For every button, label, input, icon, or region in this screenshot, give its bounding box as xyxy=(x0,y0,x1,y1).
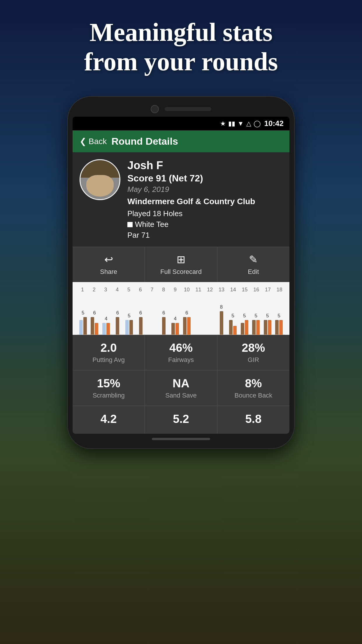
stat-52: 5.2 xyxy=(145,406,217,434)
hole-12: 12 xyxy=(205,287,215,293)
bar-brown-hole-4 xyxy=(116,317,119,335)
chart-group-hole-16: 5 xyxy=(250,320,262,335)
hole-7: 7 xyxy=(147,287,157,293)
bar-orange-hole-14 xyxy=(233,326,237,335)
gir-label: GIR xyxy=(221,356,286,364)
bar-blue-hole-5 xyxy=(125,320,129,335)
bar-label-hole-8: 6 xyxy=(162,310,165,316)
back-button[interactable]: ❮ Back xyxy=(80,136,107,146)
bar-orange-hole-3 xyxy=(106,323,110,335)
full-scorecard-button[interactable]: ⊞ Full Scorecard xyxy=(145,247,217,282)
hole-15: 15 xyxy=(240,287,250,293)
status-time: 10:42 xyxy=(264,119,284,128)
hole-9: 9 xyxy=(170,287,180,293)
back-chevron-icon: ❮ xyxy=(80,136,86,146)
hole-4: 4 xyxy=(112,287,122,293)
score-label: Score xyxy=(127,173,153,183)
stats-row-1: 2.0 Putting Avg 46% Fairways 28% GIR xyxy=(73,335,289,370)
phone-top-bar xyxy=(73,105,289,113)
chart-hole-labels: 1 2 3 4 5 6 7 8 9 10 11 12 13 14 15 16 1 xyxy=(77,287,285,293)
gir-value: 28% xyxy=(221,341,286,354)
tee-box-icon xyxy=(127,222,133,227)
status-icons: ★ ▮▮ ▼ △ ◯ xyxy=(220,120,261,127)
share-button[interactable]: ↩ Share xyxy=(73,247,145,282)
headline-line2: from your rounds xyxy=(0,47,362,76)
bar-label-hole-18: 5 xyxy=(278,313,280,319)
signal-icon: △ xyxy=(246,120,251,127)
hole-16: 16 xyxy=(251,287,261,293)
stat-sand-save: NA Sand Save xyxy=(145,370,217,406)
chart-group-hole-3: 4 xyxy=(100,323,112,335)
scrambling-label: Scrambling xyxy=(76,392,141,399)
stat-fairways: 46% Fairways xyxy=(145,335,217,370)
bar-label-hole-1: 5 xyxy=(82,310,84,316)
camera xyxy=(151,105,159,113)
profile-date: May 6, 2019 xyxy=(127,185,282,194)
stats-row-2: 15% Scrambling NA Sand Save 8% Bounce Ba… xyxy=(73,370,289,406)
profile-club: Windermere Golf & Country Club xyxy=(127,196,282,207)
profile-score: Score 91 (Net 72) xyxy=(127,173,282,184)
hole-10: 10 xyxy=(182,287,192,293)
bar-orange-hole-2 xyxy=(95,323,98,335)
chart-group-hole-6: 6 xyxy=(135,317,147,335)
profile-info: Josh F Score 91 (Net 72) May 6, 2019 Win… xyxy=(127,159,282,240)
chart-group-hole-17: 5 xyxy=(262,320,273,335)
bar-orange-hole-10 xyxy=(187,317,191,335)
fairways-label: Fairways xyxy=(148,356,213,364)
status-bar: ★ ▮▮ ▼ △ ◯ 10:42 xyxy=(73,117,289,130)
bar-label-hole-9: 4 xyxy=(174,316,177,322)
stat-scrambling: 15% Scrambling xyxy=(73,370,145,406)
bar-orange-hole-17 xyxy=(268,320,271,335)
edit-button[interactable]: ✎ Edit xyxy=(217,247,289,282)
scorecard-icon: ⊞ xyxy=(177,253,185,266)
bar-orange-hole-15 xyxy=(245,320,248,335)
bar-brown-hole-8 xyxy=(162,317,166,335)
net-score: (Net 72) xyxy=(169,173,203,183)
bar-orange-hole-9 xyxy=(175,323,179,335)
hole-1: 1 xyxy=(77,287,88,293)
stat-42-value: 4.2 xyxy=(76,412,141,426)
putting-avg-label: Putting Avg xyxy=(76,356,141,364)
chart-group-hole-10: 6 xyxy=(181,317,193,335)
stats-section: 2.0 Putting Avg 46% Fairways 28% GIR xyxy=(73,335,289,434)
bar-label-hole-17: 5 xyxy=(266,313,269,319)
bar-brown-hole-13 xyxy=(220,311,223,335)
chart-group-hole-14: 5 xyxy=(227,320,239,335)
bar-label-hole-6: 6 xyxy=(139,310,142,316)
bar-blue-hole-1 xyxy=(79,320,83,335)
chart-group-hole-4: 6 xyxy=(112,317,124,335)
chart-group-hole-9: 4 xyxy=(170,323,181,335)
bar-label-hole-3: 4 xyxy=(105,316,107,322)
chart-bars: 564656646855555 xyxy=(77,294,285,335)
chart-group-hole-15: 5 xyxy=(239,320,250,335)
bar-label-hole-15: 5 xyxy=(243,313,246,319)
hole-5: 5 xyxy=(124,287,134,293)
stat-58: 5.8 xyxy=(217,406,289,434)
phone-screen: ★ ▮▮ ▼ △ ◯ 10:42 ❮ Back Round Details xyxy=(73,117,289,434)
bar-blue-hole-3 xyxy=(102,323,106,335)
bounce-back-value: 8% xyxy=(221,377,286,390)
bar-brown-hole-16 xyxy=(252,320,256,335)
sand-save-label: Sand Save xyxy=(148,392,213,399)
bar-brown-hole-18 xyxy=(275,320,279,335)
share-label: Share xyxy=(100,268,117,276)
hole-8: 8 xyxy=(158,287,169,293)
sand-save-value: NA xyxy=(148,377,213,390)
bar-label-hole-14: 5 xyxy=(231,313,234,319)
bar-brown-hole-17 xyxy=(264,320,267,335)
bar-label-hole-2: 6 xyxy=(93,310,96,316)
bar-label-hole-16: 5 xyxy=(254,313,257,319)
nav-bar: ❮ Back Round Details xyxy=(73,130,289,152)
chart-section: 1 2 3 4 5 6 7 8 9 10 11 12 13 14 15 16 1 xyxy=(73,282,289,335)
profile-holes: Played 18 Holes xyxy=(127,209,282,218)
back-label: Back xyxy=(89,137,107,146)
headline: Meaningful stats from your rounds xyxy=(0,18,362,76)
profile-par: Par 71 xyxy=(127,231,282,240)
bluetooth-icon: ★ xyxy=(220,120,226,127)
chart-group-hole-13: 8 xyxy=(216,311,227,335)
stats-row-3: 4.2 5.2 5.8 xyxy=(73,406,289,434)
home-indicator xyxy=(152,438,210,440)
bar-label-hole-5: 5 xyxy=(128,313,130,319)
hole-6: 6 xyxy=(135,287,146,293)
bar-orange-hole-18 xyxy=(279,320,283,335)
